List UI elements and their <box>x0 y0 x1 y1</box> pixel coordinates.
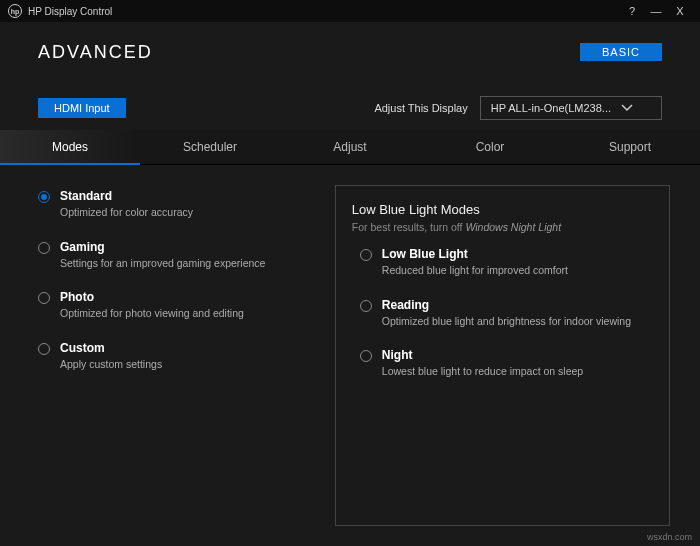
mode-name: Photo <box>60 290 244 304</box>
mode-custom[interactable]: Custom Apply custom settings <box>30 341 317 372</box>
mode-name: Reading <box>382 298 631 312</box>
hdmi-input-button[interactable]: HDMI Input <box>38 98 126 118</box>
mode-desc: Apply custom settings <box>60 357 162 372</box>
header: ADVANCED BASIC <box>0 22 700 82</box>
lbl-low-blue-light[interactable]: Low Blue Light Reduced blue light for im… <box>352 247 653 278</box>
tab-color[interactable]: Color <box>420 130 560 164</box>
mode-name: Low Blue Light <box>382 247 568 261</box>
mode-name: Custom <box>60 341 162 355</box>
hp-logo-icon: hp <box>8 4 22 18</box>
radio-custom[interactable] <box>38 343 50 355</box>
subheader: HDMI Input Adjust This Display HP ALL-in… <box>0 82 700 130</box>
chevron-down-icon <box>621 102 633 114</box>
modes-list: Standard Optimized for color accuracy Ga… <box>30 185 317 526</box>
close-button[interactable]: X <box>668 2 692 20</box>
mode-desc: Optimized blue light and brightness for … <box>382 314 631 329</box>
mode-desc: Optimized for photo viewing and editing <box>60 306 244 321</box>
mode-gaming[interactable]: Gaming Settings for an improved gaming e… <box>30 240 317 271</box>
mode-desc: Reduced blue light for improved comfort <box>382 263 568 278</box>
mode-photo[interactable]: Photo Optimized for photo viewing and ed… <box>30 290 317 321</box>
basic-mode-button[interactable]: BASIC <box>580 43 662 61</box>
mode-name: Gaming <box>60 240 265 254</box>
titlebar: hp HP Display Control ? — X <box>0 0 700 22</box>
app-title: HP Display Control <box>28 6 112 17</box>
help-button[interactable]: ? <box>620 2 644 20</box>
radio-night[interactable] <box>360 350 372 362</box>
lbl-reading[interactable]: Reading Optimized blue light and brightn… <box>352 298 653 329</box>
watermark: wsxdn.com <box>647 532 692 542</box>
minimize-button[interactable]: — <box>644 2 668 20</box>
mode-name: Night <box>382 348 583 362</box>
low-blue-hint: For best results, turn off Windows Night… <box>352 221 653 233</box>
radio-photo[interactable] <box>38 292 50 304</box>
low-blue-light-panel: Low Blue Light Modes For best results, t… <box>335 185 670 526</box>
tabs: Modes Scheduler Adjust Color Support <box>0 130 700 165</box>
mode-name: Standard <box>60 189 193 203</box>
display-select-value: HP ALL-in-One(LM238... <box>491 102 611 114</box>
radio-gaming[interactable] <box>38 242 50 254</box>
radio-standard[interactable] <box>38 191 50 203</box>
tab-scheduler[interactable]: Scheduler <box>140 130 280 164</box>
content: Standard Optimized for color accuracy Ga… <box>0 165 700 546</box>
tab-support[interactable]: Support <box>560 130 700 164</box>
hint-prefix: For best results, turn off <box>352 221 466 233</box>
adjust-display-label: Adjust This Display <box>374 102 467 114</box>
hint-em: Windows Night Light <box>465 221 561 233</box>
page-title: ADVANCED <box>38 42 153 63</box>
display-select[interactable]: HP ALL-in-One(LM238... <box>480 96 662 120</box>
mode-desc: Settings for an improved gaming experien… <box>60 256 265 271</box>
radio-reading[interactable] <box>360 300 372 312</box>
mode-desc: Optimized for color accuracy <box>60 205 193 220</box>
mode-standard[interactable]: Standard Optimized for color accuracy <box>30 189 317 220</box>
app-window: hp HP Display Control ? — X ADVANCED BAS… <box>0 0 700 546</box>
low-blue-title: Low Blue Light Modes <box>352 202 653 217</box>
tab-adjust[interactable]: Adjust <box>280 130 420 164</box>
tab-modes[interactable]: Modes <box>0 130 140 164</box>
mode-desc: Lowest blue light to reduce impact on sl… <box>382 364 583 379</box>
radio-low-blue-light[interactable] <box>360 249 372 261</box>
lbl-night[interactable]: Night Lowest blue light to reduce impact… <box>352 348 653 379</box>
